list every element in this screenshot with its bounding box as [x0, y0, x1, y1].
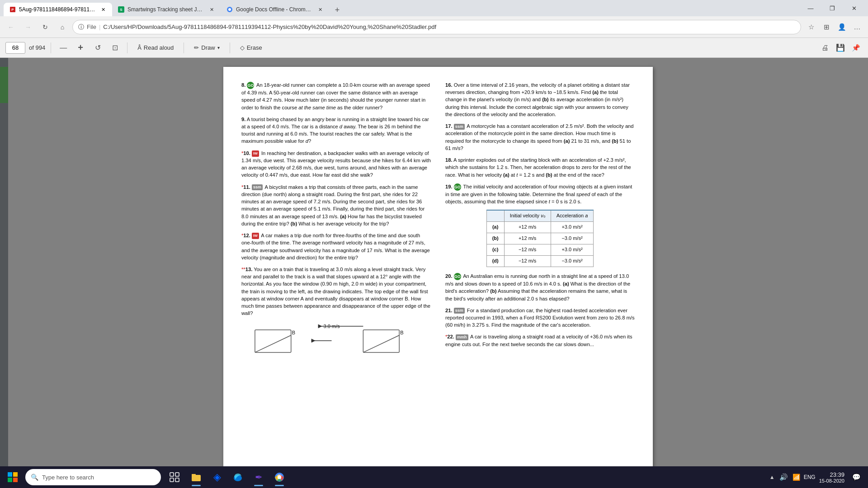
- url-separator: |: [99, 23, 100, 30]
- problem-13: **13. You are on a train that is traveli…: [241, 266, 431, 317]
- zoom-out-button[interactable]: —: [57, 41, 70, 55]
- problem-16: 16. Over a time interval of 2.16 years, …: [445, 81, 635, 118]
- new-tab-button[interactable]: +: [331, 4, 344, 16]
- tab-2-favicon: S: [118, 6, 125, 13]
- fit-button[interactable]: ⊡: [108, 41, 122, 55]
- taskbar-right: ▲ 🔊 📶 ENG 23:39 15-08-2020 💬: [769, 469, 864, 485]
- taskbar-app-chrome[interactable]: [269, 467, 289, 487]
- forward-button[interactable]: →: [21, 20, 35, 34]
- search-icon: 🔍: [31, 474, 38, 481]
- table-row: (d) −12 m/s −3.0 m/s²: [486, 256, 594, 267]
- pin-button[interactable]: 📌: [849, 41, 863, 55]
- tab-3[interactable]: Google Docs Offline - Chrome W... ✕: [221, 3, 329, 16]
- svg-rect-22: [175, 478, 179, 482]
- start-button[interactable]: [4, 468, 22, 486]
- taskbar-search[interactable]: 🔍 Type here to search: [25, 469, 161, 485]
- table-header-velocity: Initial velocity v₀: [504, 210, 551, 221]
- svg-text:P: P: [11, 8, 14, 12]
- home-button[interactable]: ⌂: [55, 20, 70, 34]
- read-aloud-label: Read aloud: [144, 44, 174, 51]
- tab-3-label: Google Docs Offline - Chrome W...: [236, 6, 314, 13]
- problem-8: 8. GO An 18-year-old runner can complete…: [241, 81, 431, 111]
- draw-chevron-icon: ▾: [217, 45, 220, 50]
- tab-2-close[interactable]: ✕: [208, 6, 215, 13]
- svg-rect-19: [170, 473, 174, 476]
- clock-date: 15-08-2020: [819, 478, 844, 483]
- tab-1[interactable]: P 5Aug-9781118486894-9781119... ✕: [4, 3, 112, 16]
- problem-18: 18. A sprinter explodes out of the start…: [445, 156, 635, 178]
- svg-rect-24: [192, 474, 196, 476]
- problem-9: 9. A tourist being chased by an angry be…: [241, 116, 431, 145]
- settings-button[interactable]: …: [850, 20, 864, 34]
- svg-rect-8: [255, 330, 291, 352]
- erase-icon: ◇: [240, 44, 245, 51]
- favorites-button[interactable]: ☆: [804, 20, 818, 34]
- problem-21: 21. ssm For a standard production car, t…: [445, 307, 635, 329]
- show-hidden-icon[interactable]: ▲: [769, 474, 775, 480]
- back-button[interactable]: ←: [4, 20, 18, 34]
- taskbar-apps: ◈ ✒: [186, 467, 289, 487]
- url-bar[interactable]: ⓘ File | C:/Users/HP/Downloads/5Aug-9781…: [72, 20, 801, 34]
- table-row: (b) +12 m/s −3.0 m/s²: [486, 233, 594, 244]
- language-indicator[interactable]: ENG: [804, 474, 816, 480]
- tab-2[interactable]: S Smartwings Tracking sheet June... ✕: [112, 3, 221, 16]
- tab-1-close[interactable]: ✕: [99, 6, 107, 13]
- task-view-button[interactable]: [165, 467, 184, 487]
- search-placeholder: Type here to search: [42, 474, 94, 481]
- tab-2-label: Smartwings Tracking sheet June...: [127, 6, 205, 13]
- row-c-velocity: −12 m/s: [504, 244, 551, 256]
- pdf-left-column: 8. GO An 18-year-old runner can complete…: [241, 81, 431, 465]
- pdf-sidebar-left: [0, 58, 8, 488]
- svg-text:S: S: [120, 8, 123, 12]
- pdf-toolbar: of 994 — + ↺ ⊡ Â Read aloud ✏ Draw ▾ ◇ …: [0, 38, 868, 58]
- network-icon[interactable]: 📶: [793, 474, 800, 481]
- pdf-page-area[interactable]: 8. GO An 18-year-old runner can complete…: [8, 58, 868, 488]
- stylus-icon: ✒: [253, 472, 264, 483]
- table-row: (c) −12 m/s +3.0 m/s²: [486, 244, 594, 256]
- row-c-accel: +3.0 m/s²: [551, 244, 594, 256]
- taskbar-app-edge[interactable]: [228, 467, 248, 487]
- refresh-button[interactable]: ↻: [38, 20, 52, 34]
- erase-label: Erase: [247, 44, 262, 51]
- chrome-icon: [274, 472, 285, 483]
- velocity-table: Initial velocity v₀ Acceleration a (a) +…: [486, 210, 594, 267]
- page-number-input[interactable]: [5, 42, 25, 54]
- problem-22: *22. mmh A car is traveling along a stra…: [445, 333, 635, 347]
- close-button[interactable]: ✕: [844, 0, 864, 16]
- erase-button[interactable]: ◇ Erase: [236, 41, 267, 55]
- clock-time: 23:39: [819, 471, 844, 478]
- svg-rect-15: [8, 472, 12, 477]
- toolbar-actions: ☆ ⊞ 👤 …: [804, 20, 864, 34]
- minimize-button[interactable]: —: [800, 0, 821, 16]
- collections-button[interactable]: ⊞: [819, 20, 834, 34]
- tab-3-close[interactable]: ✕: [316, 6, 324, 13]
- notifications-button[interactable]: 💬: [848, 469, 864, 485]
- edge-icon: [232, 472, 243, 483]
- system-tray-icons: ▲ 🔊 📶: [769, 473, 800, 481]
- svg-rect-16: [13, 472, 18, 477]
- taskbar-clock[interactable]: 23:39 15-08-2020: [819, 471, 844, 483]
- tab-1-favicon: P: [9, 6, 16, 13]
- print-button[interactable]: 🖨: [818, 41, 832, 55]
- taskbar-app-file-explorer[interactable]: [186, 467, 206, 487]
- draw-icon: ✏: [194, 44, 199, 51]
- tab-1-label: 5Aug-9781118486894-9781119...: [19, 6, 97, 13]
- svg-line-12: [363, 335, 399, 352]
- taskbar-app-stylus[interactable]: ✒: [249, 467, 269, 487]
- draw-button[interactable]: ✏ Draw ▾: [189, 41, 224, 55]
- zoom-in-button[interactable]: +: [74, 41, 87, 55]
- taskbar-app-dropbox[interactable]: ◈: [207, 467, 227, 487]
- profile-button[interactable]: 👤: [835, 20, 849, 34]
- maximize-button[interactable]: ❐: [822, 0, 843, 16]
- pdf-page: 8. GO An 18-year-old runner can complete…: [223, 67, 653, 479]
- rotate-button[interactable]: ↺: [91, 41, 104, 55]
- dropbox-icon: ◈: [212, 472, 222, 483]
- row-d-accel: −3.0 m/s²: [551, 256, 594, 267]
- save-button[interactable]: 💾: [834, 41, 847, 55]
- read-aloud-button[interactable]: Â Read aloud: [133, 41, 178, 55]
- main-content: 8. GO An 18-year-old runner can complete…: [0, 58, 868, 488]
- row-d-velocity: −12 m/s: [504, 256, 551, 267]
- problem-19: 19. GO The initial velocity and accelera…: [445, 183, 635, 206]
- tab-bar: P 5Aug-9781118486894-9781119... ✕ S Smar…: [4, 0, 800, 16]
- volume-icon[interactable]: 🔊: [779, 473, 788, 481]
